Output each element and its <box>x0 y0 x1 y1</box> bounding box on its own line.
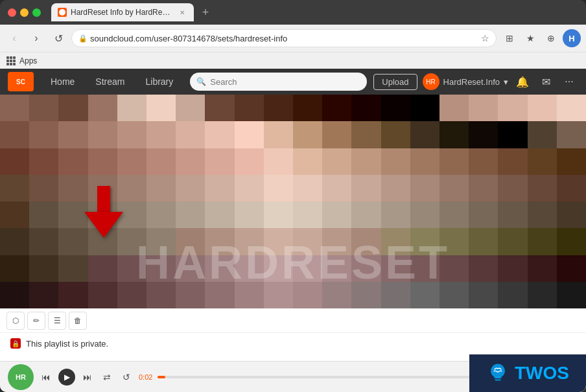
repeat-button[interactable]: ↺ <box>119 370 134 384</box>
next-button[interactable]: ⏭ <box>80 370 95 384</box>
progress-fill <box>158 376 165 378</box>
nav-actions: ⊞ ★ ⊕ H <box>500 29 581 47</box>
lock-icon: 🔒 <box>78 34 88 43</box>
search-bar[interactable]: 🔍 <box>190 73 367 91</box>
sync-button[interactable]: ⊕ <box>542 29 560 47</box>
page-content: SC Home Stream Library 🔍 Upload HR HardR… <box>0 69 586 392</box>
sc-right-actions: Upload HR HardReset.Info ▾ 🔔 ✉ ··· <box>373 73 578 91</box>
play-pause-button[interactable]: ▶ <box>58 369 75 386</box>
playlist-toolbar: ⬡ ✏ ☰ 🗑 <box>0 308 586 333</box>
open-icon: ⬡ <box>12 316 19 325</box>
title-bar: HardReset Info by HardReset.i... ✕ + <box>0 0 586 25</box>
edit-icon: ✏ <box>33 316 40 325</box>
bookmark-star-icon[interactable]: ☆ <box>481 33 489 43</box>
nav-bar: ‹ › ↺ 🔒 soundcloud.com/user-807314678/se… <box>0 25 586 52</box>
user-menu-button[interactable]: HR HardReset.Info ▾ <box>423 73 508 90</box>
sc-navbar: SC Home Stream Library 🔍 Upload HR HardR… <box>0 69 586 95</box>
refresh-button[interactable]: ↺ <box>49 29 67 47</box>
tab-bar: HardReset Info by HardReset.i... ✕ + <box>51 3 578 21</box>
nav-stream[interactable]: Stream <box>85 69 135 95</box>
tab-title: HardReset Info by HardReset.i... <box>71 8 173 17</box>
back-button[interactable]: ‹ <box>5 29 23 47</box>
new-tab-button[interactable]: + <box>196 3 215 21</box>
extensions-button[interactable]: ⊞ <box>500 29 519 47</box>
svg-rect-2 <box>495 379 501 381</box>
active-tab[interactable]: HardReset Info by HardReset.i... ✕ <box>51 3 194 21</box>
messages-button[interactable]: ✉ <box>537 73 555 91</box>
user-name-label: HardReset.Info <box>443 77 500 87</box>
close-button[interactable] <box>8 8 16 17</box>
delete-button[interactable]: 🗑 <box>69 312 87 330</box>
twos-badge: TWOS <box>469 354 586 392</box>
svg-rect-1 <box>495 376 502 378</box>
svg-point-0 <box>491 364 505 378</box>
list-icon: ☰ <box>54 316 61 325</box>
more-options-button[interactable]: ··· <box>560 73 578 91</box>
user-dropdown-icon: ▾ <box>504 77 508 87</box>
nav-home[interactable]: Home <box>40 69 85 95</box>
user-avatar: HR <box>423 73 439 90</box>
lock-badge: 🔒 <box>10 338 21 349</box>
apps-grid-icon[interactable] <box>6 56 16 65</box>
edit-button[interactable]: ✏ <box>27 312 45 330</box>
address-bar[interactable]: 🔒 soundcloud.com/user-807314678/sets/har… <box>71 29 497 47</box>
twos-label: TWOS <box>515 363 569 384</box>
player-artwork: HR <box>8 364 34 390</box>
search-icon: 🔍 <box>196 77 206 86</box>
player-art-label: HR <box>16 373 26 381</box>
previous-button[interactable]: ⏮ <box>39 370 53 384</box>
player-controls: ⏮ ▶ ⏭ ⇄ ↺ <box>39 369 134 386</box>
tab-close-button[interactable]: ✕ <box>177 7 187 17</box>
list-button[interactable]: ☰ <box>48 312 66 330</box>
twos-bulb-icon <box>486 362 510 385</box>
open-button[interactable]: ⬡ <box>6 312 25 330</box>
down-arrow-overlay <box>84 186 123 238</box>
shuffle-button[interactable]: ⇄ <box>100 370 114 384</box>
nav-library[interactable]: Library <box>135 69 183 95</box>
maximize-button[interactable] <box>32 8 41 17</box>
apps-label: Apps <box>19 56 37 65</box>
search-input[interactable] <box>210 77 360 87</box>
private-notice: 🔒 This playlist is private. <box>0 333 586 354</box>
minimize-button[interactable] <box>20 8 29 17</box>
address-text: soundcloud.com/user-807314678/sets/hardr… <box>90 34 478 43</box>
traffic-lights <box>8 8 41 17</box>
user-profile-button[interactable]: H <box>563 29 581 47</box>
tab-favicon <box>58 8 67 17</box>
hero-banner: HARDRESET <box>0 95 586 308</box>
upload-button[interactable]: Upload <box>373 74 417 90</box>
profile-menu-button[interactable]: ★ <box>521 29 539 47</box>
apps-bar: Apps <box>0 52 586 69</box>
time-current: 0:02 <box>139 373 152 381</box>
trash-icon: 🗑 <box>74 316 82 325</box>
lock-icon: 🔒 <box>12 340 19 347</box>
soundcloud-logo[interactable]: SC <box>8 72 34 91</box>
notifications-button[interactable]: 🔔 <box>513 73 532 91</box>
browser-window: HardReset Info by HardReset.i... ✕ + ‹ ›… <box>0 0 586 392</box>
forward-button[interactable]: › <box>27 29 45 47</box>
hero-text: HARDRESET <box>0 236 586 289</box>
private-text: This playlist is private. <box>26 339 108 349</box>
